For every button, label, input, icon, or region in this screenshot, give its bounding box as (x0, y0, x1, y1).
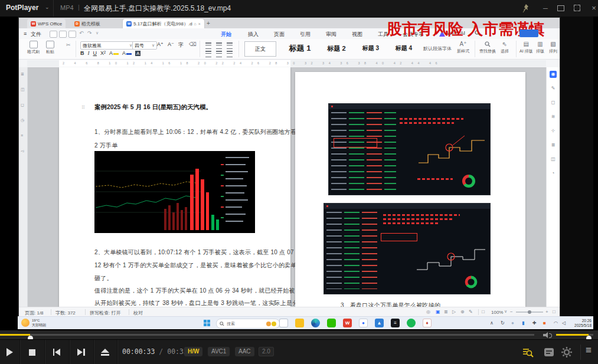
wps-app-icon[interactable]: W (343, 319, 352, 327)
ribbon-tab-reference[interactable]: 引用 (298, 30, 313, 39)
photos-app-icon[interactable]: ▲ (375, 319, 384, 327)
eject-button[interactable] (93, 340, 117, 364)
cards-game-icon[interactable]: ♦ (423, 319, 432, 327)
spellcheck-status[interactable]: 拼写检查: 打开 (90, 310, 120, 316)
edge-browser-icon[interactable] (311, 319, 320, 327)
zoom-in-button[interactable]: + (545, 309, 548, 314)
microphone-tray-icon[interactable]: ▮ (522, 320, 524, 326)
style-heading4[interactable]: 标题 4 (390, 41, 418, 55)
word-count[interactable]: 字数: 372 (55, 310, 76, 316)
mute-toggle-icon[interactable] (543, 332, 551, 338)
video-display-area[interactable]: W WPS Office D 稻壳模板 W 5.17盘口解析（充电998）.d … (0, 17, 598, 330)
highlight-button[interactable]: A (109, 50, 119, 56)
align-center-icon[interactable] (216, 51, 222, 57)
previous-button[interactable] (44, 340, 69, 364)
bookmark-tool-icon[interactable]: ◫ (550, 156, 557, 163)
stock-chart-figure[interactable] (94, 151, 255, 233)
share-tool-icon[interactable]: ⊹ (550, 127, 557, 135)
document-page-1[interactable]: ⠿ 案例2025 年 5 月 16 日(星期五)的天汽模。 1、分时界面上能看到… (59, 67, 290, 307)
number-list-icon[interactable] (216, 42, 222, 49)
ribbon-tab-view[interactable]: 视图 (349, 30, 365, 39)
char-shading-button[interactable]: A (135, 51, 140, 56)
fullscreen-button[interactable] (574, 5, 580, 11)
italic-button[interactable]: I (88, 50, 90, 56)
find-replace-button[interactable]: 查找替换 (479, 41, 496, 54)
taskbar-search-box[interactable]: 搜索 (216, 319, 280, 329)
next-button[interactable] (69, 340, 93, 364)
ribbon-tab-page[interactable]: 页面 (272, 30, 287, 39)
wps-document-tab[interactable]: W 5.17盘口解析（充电998）.d ⌂ × (123, 19, 204, 28)
redo-icon[interactable]: ↷ (87, 30, 92, 36)
ai-layout-button[interactable]: ▤ AI 排版 (519, 41, 533, 54)
paste-button[interactable]: 粘贴 (46, 41, 54, 55)
toc-tool-icon[interactable]: ≣ (550, 142, 557, 149)
clear-format-icon[interactable]: ⌫ (189, 41, 197, 47)
trading-software-screenshot-1[interactable] (329, 104, 490, 195)
close-button[interactable]: × (589, 4, 598, 12)
style-heading2[interactable]: 标题 2 (321, 41, 352, 55)
save-icon[interactable] (50, 31, 57, 38)
toc-icon[interactable]: ≡ (21, 133, 25, 138)
font-color-button[interactable]: A (122, 50, 132, 56)
new-tab-button[interactable]: + (207, 20, 210, 27)
tab-close-icon[interactable]: × (198, 22, 201, 26)
meeting-app-icon[interactable]: ● (359, 319, 368, 327)
sync-tray-icon[interactable]: ↻ (501, 320, 505, 326)
start-button[interactable] (204, 320, 210, 326)
hw-decode-badge[interactable]: H/W (184, 347, 202, 356)
underline-button[interactable]: U (93, 50, 97, 56)
bold-button[interactable]: B (80, 50, 84, 56)
format-painter-button[interactable]: 格式刷 (27, 41, 40, 55)
web-view-icon[interactable]: ⊕ (460, 309, 465, 314)
style-default-font[interactable]: 默认段落字体 (420, 41, 455, 55)
wifi-icon[interactable]: ◠ (554, 320, 558, 326)
file-menu[interactable]: 文件 (31, 31, 41, 38)
cut-icon[interactable]: ✂ (66, 42, 71, 48)
fit-page-icon[interactable]: □ (482, 309, 485, 314)
bookmark-icon[interactable]: ◫ (21, 87, 25, 92)
indent-icon[interactable] (227, 42, 233, 49)
ribbon-tab-insert[interactable]: 插入 (246, 30, 261, 39)
history-icon[interactable]: ◷ (21, 118, 25, 123)
tray-expand-icon[interactable]: ∧ (490, 320, 494, 326)
select-button[interactable]: ⇖ 选择 (501, 41, 509, 54)
outline-icon[interactable]: ≣ (21, 72, 25, 77)
zoom-out-button[interactable]: − (510, 309, 513, 314)
chevron-down-icon[interactable]: ∨ (504, 309, 507, 314)
layout-button[interactable]: ▥ 排版 (536, 41, 544, 54)
text-effects-icon[interactable]: 字 (178, 41, 184, 49)
ribbon-tab-review[interactable]: 审阅 (323, 30, 339, 39)
app-tray-icon[interactable]: ■ (543, 320, 546, 326)
taskbar-clock[interactable]: 20:26 2025/5/18 (571, 319, 592, 327)
style-tool-icon[interactable]: ≋ (550, 113, 557, 120)
help-tool-icon[interactable]: ◔ (550, 170, 557, 177)
comment-icon[interactable]: ◻ (21, 103, 25, 107)
chevron-down-icon[interactable]: ∨ (96, 31, 99, 35)
style-normal[interactable]: 正文 (244, 41, 276, 57)
bullet-list-icon[interactable] (205, 42, 211, 49)
document-page-2[interactable]: 3、看盘口这个万手单是怎么被吃掉的 (295, 72, 525, 307)
maximize-button[interactable] (557, 5, 564, 11)
comment-tool-icon[interactable]: ◻ (550, 99, 557, 106)
chevron-down-icon[interactable]: ⌄ (45, 4, 50, 10)
undo-icon[interactable]: ↶ (79, 30, 84, 36)
taskbar-weather-widget[interactable]: 19°C 大部晴朗 (21, 318, 46, 327)
app-menu-button[interactable]: PotPlayer (6, 4, 38, 12)
print-preview-icon[interactable] (68, 31, 76, 38)
usb-tray-icon[interactable]: ✚ (532, 320, 537, 326)
arrange-button[interactable]: ▧ 排列 (549, 41, 557, 54)
play-view-icon[interactable]: ▷ (452, 309, 456, 314)
font-name-select[interactable]: 微软雅黑∨ (80, 41, 135, 50)
eye-icon[interactable]: ◎ (426, 309, 430, 314)
always-on-top-pin-icon[interactable] (522, 4, 530, 13)
player-menu-button[interactable]: ≡ (586, 345, 592, 356)
style-heading3[interactable]: 标题 3 (357, 41, 385, 55)
hamburger-icon[interactable]: ≡ (24, 31, 27, 37)
playlist-search-button[interactable] (522, 346, 534, 358)
cloud-tray-icon[interactable]: ● (511, 320, 514, 326)
edit-tool-icon[interactable]: ✎ (550, 85, 557, 92)
wechat-icon[interactable] (327, 319, 336, 327)
increase-font-icon[interactable]: A⁺ (157, 41, 164, 47)
volume-tray-icon[interactable]: ◁ (562, 320, 566, 326)
trading-app-icon[interactable]: ≡ (391, 319, 400, 327)
